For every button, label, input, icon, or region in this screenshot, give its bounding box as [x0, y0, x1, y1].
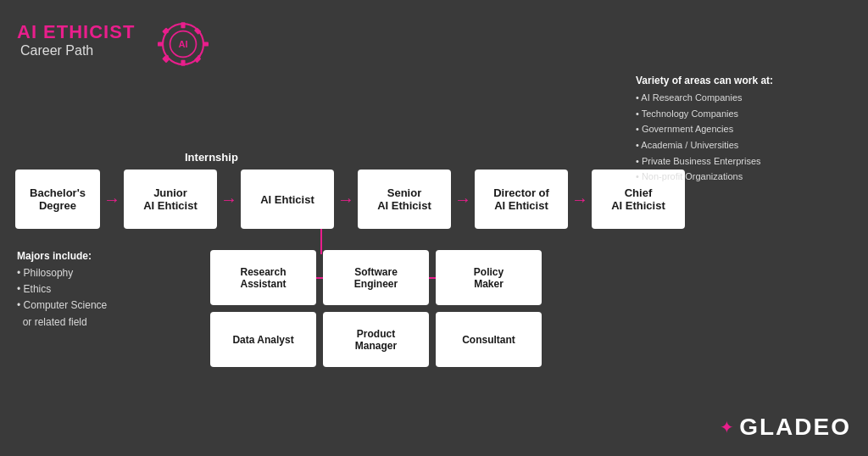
research-assistant-label: ResearchAssistant [240, 266, 286, 290]
consultant-box: Consultant [436, 312, 542, 367]
ai-ethicist-logo: AI [153, 19, 213, 70]
variety-technology: Technology Companies [636, 106, 773, 122]
data-analyst-box: Data Analyst [210, 312, 316, 367]
career-path-row: Bachelor'sDegree → JuniorAI Ehticist → A… [15, 170, 685, 229]
variety-academia: Academia / Universities [636, 137, 773, 153]
chief-label: ChiefAI Ethicist [611, 186, 665, 212]
majors-section: Majors include: Philosophy Ethics Comput… [17, 250, 107, 331]
variety-section: Variety of areas can work at: AI Researc… [636, 75, 773, 185]
senior-ai-ethicist-box: SeniorAI Ethicist [358, 170, 451, 229]
majors-list: Philosophy Ethics Computer Science or re… [17, 265, 107, 331]
sub-roles-grid: ResearchAssistant SoftwareEngineer Polic… [210, 250, 542, 367]
svg-rect-5 [203, 42, 209, 46]
major-computer-science: Computer Science or related field [17, 298, 107, 330]
policy-maker-label: PolicyMaker [474, 266, 504, 290]
gladeo-text: GLADEO [739, 414, 851, 441]
software-engineer-label: SoftwareEngineer [354, 266, 398, 290]
bachelor-label: Bachelor'sDegree [30, 186, 86, 212]
major-ethics: Ethics [17, 281, 107, 298]
director-box: Director ofAI Ehticist [475, 170, 568, 229]
svg-point-12 [198, 31, 200, 33]
data-analyst-label: Data Analyst [232, 334, 293, 346]
senior-label: SeniorAI Ethicist [377, 186, 431, 212]
career-path-label: Career Path [20, 43, 93, 58]
page-header: AI ETHICIST Career Path AI [17, 10, 213, 70]
arrow-4: → [451, 191, 475, 208]
ai-ethicist-box: AI Ehticist [241, 170, 334, 229]
arrow-5: → [568, 191, 592, 208]
consultant-label: Consultant [462, 334, 515, 346]
arrow-1: → [100, 191, 124, 208]
svg-text:AI: AI [179, 39, 188, 49]
svg-rect-3 [181, 60, 186, 66]
gladeo-branding: ✦ GLADEO [720, 414, 851, 441]
policy-maker-box: PolicyMaker [436, 250, 542, 305]
variety-title: Variety of areas can work at: [636, 75, 773, 86]
svg-point-14 [198, 55, 200, 58]
page-title: AI ETHICIST [17, 21, 135, 43]
svg-rect-2 [181, 22, 186, 28]
product-manager-label: ProductManager [355, 328, 397, 352]
arrow-2: → [217, 191, 241, 208]
junior-ai-ethicist-box: JuniorAI Ehticist [124, 170, 217, 229]
gladeo-icon: ✦ [720, 417, 734, 437]
variety-government: Government Agencies [636, 121, 773, 137]
junior-label: JuniorAI Ehticist [143, 186, 198, 212]
variety-list: AI Research Companies Technology Compani… [636, 90, 773, 185]
arrow-3: → [334, 191, 358, 208]
svg-rect-4 [158, 42, 164, 46]
software-engineer-box: SoftwareEngineer [323, 250, 429, 305]
product-manager-box: ProductManager [323, 312, 429, 367]
director-label: Director ofAI Ehticist [493, 186, 549, 212]
bachelor-degree-box: Bachelor'sDegree [15, 170, 100, 229]
variety-nonprofit: Non-profit Organizations [636, 169, 773, 185]
variety-ai-research: AI Research Companies [636, 90, 773, 106]
svg-point-13 [166, 55, 169, 58]
svg-point-11 [166, 31, 169, 33]
majors-title: Majors include: [17, 250, 107, 262]
ai-ethicist-label: AI Ehticist [260, 193, 314, 206]
variety-private-business: Private Business Enterprises [636, 153, 773, 170]
internship-label: Internship [185, 151, 238, 164]
research-assistant-box: ResearchAssistant [210, 250, 316, 305]
major-philosophy: Philosophy [17, 265, 107, 281]
